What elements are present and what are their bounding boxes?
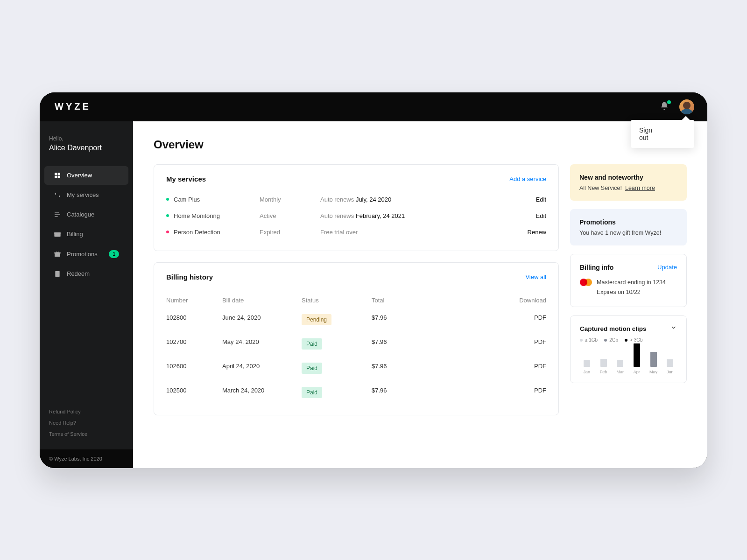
service-renewal: Auto renews February, 24 2021 xyxy=(320,212,509,219)
bar-label: Jun xyxy=(667,370,674,374)
legend-item: 2Gb xyxy=(604,337,618,343)
service-action-link[interactable]: Renew xyxy=(509,229,546,236)
bill-date: March 24, 2020 xyxy=(222,387,302,398)
bill-number: 102500 xyxy=(166,387,222,398)
bar-column: Jan xyxy=(580,360,594,374)
footer-link[interactable]: Refund Policy xyxy=(49,406,124,417)
nav-overview[interactable]: Overview xyxy=(44,166,128,185)
nav-redeem[interactable]: Redeem xyxy=(44,265,128,283)
legend-dot-icon xyxy=(625,339,627,342)
bar-column: Mar xyxy=(613,360,627,374)
nav-icon xyxy=(54,270,61,278)
nav-icon xyxy=(54,172,61,179)
legend-item: > 3Gb xyxy=(625,337,643,343)
service-status: Expired xyxy=(260,229,320,236)
bill-date: June 24, 2020 xyxy=(222,314,302,325)
mastercard-icon xyxy=(580,279,592,286)
bar xyxy=(584,360,590,367)
nav-label: Catalogue xyxy=(67,211,119,218)
my-services-card: My services Add a service Cam PlusMonthl… xyxy=(154,164,559,251)
service-row: Person DetectionExpiredFree trial overRe… xyxy=(166,224,546,240)
bar-column: Feb xyxy=(597,359,611,374)
bar xyxy=(650,352,657,367)
noteworthy-text: All New Service! xyxy=(579,185,622,191)
billing-history-card: Billing history View all Number Bill dat… xyxy=(154,262,559,415)
nav-label: My services xyxy=(67,191,119,198)
col-date: Bill date xyxy=(222,297,302,304)
service-name: Home Monitoring xyxy=(174,212,220,219)
billing-row: 102500March 24, 2020Paid$7.96PDF xyxy=(166,380,546,405)
update-billing-link[interactable]: Update xyxy=(657,264,677,271)
add-service-link[interactable]: Add a service xyxy=(509,175,546,182)
service-action-link[interactable]: Edit xyxy=(509,212,546,219)
svg-rect-11 xyxy=(57,252,57,257)
bar-label: May xyxy=(649,370,657,374)
status-dot-icon xyxy=(166,214,169,217)
bar-label: Jan xyxy=(584,370,591,374)
download-pdf-link[interactable]: PDF xyxy=(432,338,546,350)
view-all-link[interactable]: View all xyxy=(525,273,546,280)
chart-title: Captured motion clips xyxy=(580,325,647,332)
service-status: Active xyxy=(260,212,320,219)
signout-menu-item[interactable]: Sign out xyxy=(631,120,694,148)
noteworthy-card: New and noteworthy All New Service! Lear… xyxy=(570,164,687,201)
col-status: Status xyxy=(302,297,372,304)
bar-column: Apr xyxy=(630,343,644,374)
nav-promotions[interactable]: Promotions1 xyxy=(44,245,128,264)
svg-rect-0 xyxy=(55,173,57,175)
svg-rect-6 xyxy=(55,216,58,217)
greeting-label: Hello, xyxy=(49,135,124,142)
card-expiry: Expires on 10/22 xyxy=(597,287,666,297)
service-renewal: Free trial over xyxy=(320,229,509,236)
download-pdf-link[interactable]: PDF xyxy=(432,387,546,398)
brand-logo: WYZE xyxy=(55,101,91,112)
service-action-link[interactable]: Edit xyxy=(509,196,546,203)
bar-label: Mar xyxy=(616,370,624,374)
download-pdf-link[interactable]: PDF xyxy=(432,314,546,325)
legend-dot-icon xyxy=(604,339,607,342)
legend-label: > 3Gb xyxy=(630,337,643,343)
learn-more-link[interactable]: Learn more xyxy=(625,185,655,191)
nav-billing[interactable]: Billing xyxy=(44,225,128,244)
nav-label: Redeem xyxy=(67,270,119,277)
bill-date: April 24, 2020 xyxy=(222,363,302,374)
billing-row: 102700May 24, 2020Paid$7.96PDF xyxy=(166,332,546,356)
status-badge: Paid xyxy=(302,338,322,350)
bill-number: 102600 xyxy=(166,363,222,374)
bar xyxy=(667,359,673,367)
notifications-button[interactable] xyxy=(660,101,669,112)
nav-badge: 1 xyxy=(109,250,119,258)
nav-icon xyxy=(54,211,61,218)
svg-rect-2 xyxy=(55,175,57,178)
nav-my-services[interactable]: My services xyxy=(44,186,128,204)
bill-total: $7.96 xyxy=(372,363,432,374)
bar-label: Feb xyxy=(600,370,607,374)
bar xyxy=(617,360,623,367)
bill-number: 102800 xyxy=(166,314,222,325)
billing-row: 102600April 24, 2020Paid$7.96PDF xyxy=(166,356,546,380)
svg-rect-8 xyxy=(54,232,60,234)
avatar-button[interactable] xyxy=(679,99,694,114)
motion-clips-card: Captured motion clips ≥ 1Gb2Gb> 3Gb JanF… xyxy=(570,315,687,383)
download-pdf-link[interactable]: PDF xyxy=(432,363,546,374)
bill-number: 102700 xyxy=(166,338,222,350)
bar-column: May xyxy=(647,352,661,374)
bill-total: $7.96 xyxy=(372,314,432,325)
svg-rect-4 xyxy=(55,212,59,213)
footer-link[interactable]: Terms of Service xyxy=(49,428,124,440)
billing-history-title: Billing history xyxy=(166,273,213,281)
status-badge: Paid xyxy=(302,363,322,374)
legend-label: 2Gb xyxy=(609,337,618,343)
status-badge: Paid xyxy=(302,387,322,398)
nav-catalogue[interactable]: Catalogue xyxy=(44,205,128,224)
billing-info-title: Billing info xyxy=(580,264,613,271)
bar xyxy=(634,343,640,367)
service-name: Person Detection xyxy=(174,229,220,236)
bill-date: May 24, 2020 xyxy=(222,338,302,350)
chart-expand-button[interactable] xyxy=(670,324,677,333)
footer-link[interactable]: Need Help? xyxy=(49,417,124,428)
legend-item: ≥ 1Gb xyxy=(580,337,598,343)
svg-rect-1 xyxy=(58,173,60,175)
status-dot-icon xyxy=(166,198,169,201)
bill-total: $7.96 xyxy=(372,338,432,350)
